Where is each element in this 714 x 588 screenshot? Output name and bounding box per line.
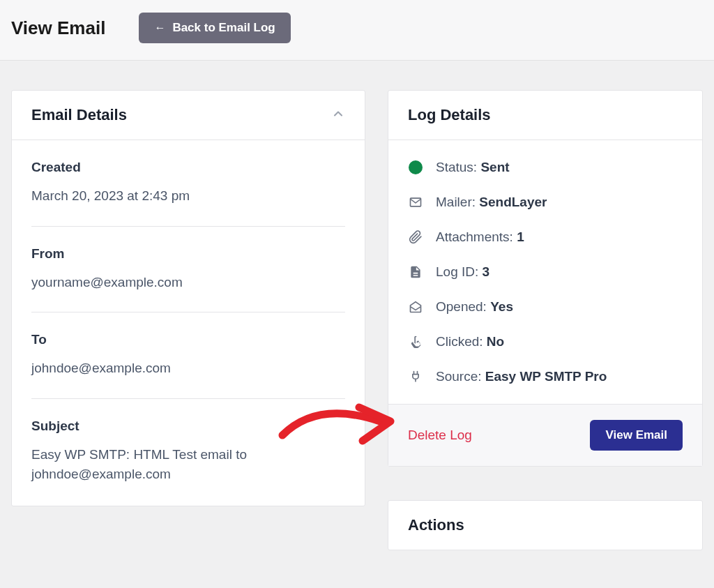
log-id-value: 3 [483, 264, 490, 279]
attachments-value: 1 [517, 229, 524, 244]
arrow-left-icon: ← [154, 22, 165, 34]
chevron-up-icon[interactable] [331, 107, 345, 123]
source-value: Easy WP SMTP Pro [485, 369, 607, 384]
to-value: johndoe@example.com [31, 359, 345, 379]
attachments-label: Attachments: [436, 229, 513, 244]
plug-icon [409, 370, 423, 384]
page-title: View Email [11, 17, 105, 39]
email-details-title: Email Details [31, 106, 127, 124]
created-label: Created [31, 160, 345, 175]
opened-label: Opened: [436, 299, 487, 314]
created-value: March 20, 2023 at 2:43 pm [31, 186, 345, 206]
back-to-email-log-button[interactable]: ← Back to Email Log [139, 13, 290, 43]
mailer-value: SendLayer [479, 195, 547, 209]
file-icon [409, 265, 423, 279]
view-email-button[interactable]: View Email [590, 420, 683, 451]
delete-log-link[interactable]: Delete Log [408, 428, 472, 443]
log-status-item: Status: Sent [408, 160, 683, 175]
clicked-label: Clicked: [436, 334, 483, 349]
email-details-body: Created March 20, 2023 at 2:43 pm From y… [12, 140, 365, 506]
right-column: Log Details Status: Sent [388, 90, 703, 550]
main-content: Email Details Created March 20, 2023 at … [0, 61, 714, 550]
page-header: View Email ← Back to Email Log [0, 0, 714, 61]
status-value: Sent [480, 160, 509, 174]
subject-block: Subject Easy WP SMTP: HTML Test email to… [31, 419, 345, 485]
source-label: Source: [436, 369, 481, 384]
envelope-icon [409, 195, 423, 209]
hand-pointer-icon [409, 335, 423, 349]
mailer-label: Mailer: [436, 195, 476, 209]
to-block: To johndoe@example.com [31, 332, 345, 399]
log-mailer-item: Mailer: SendLayer [408, 195, 683, 210]
from-label: From [31, 246, 345, 262]
log-details-header: Log Details [388, 91, 702, 140]
to-label: To [31, 332, 345, 347]
status-label: Status: [436, 160, 477, 174]
email-details-card: Email Details Created March 20, 2023 at … [11, 90, 365, 506]
back-button-label: Back to Email Log [172, 21, 275, 35]
subject-value: Easy WP SMTP: HTML Test email to johndoe… [31, 445, 345, 485]
opened-value: Yes [490, 299, 513, 314]
log-source-item: Source: Easy WP SMTP Pro [408, 369, 683, 384]
log-details-body: Status: Sent Mailer: SendLayer [388, 140, 702, 404]
log-details-card: Log Details Status: Sent [388, 90, 703, 467]
paperclip-icon [409, 230, 423, 244]
log-id-label: Log ID: [436, 264, 478, 279]
log-clicked-item: Clicked: No [408, 334, 683, 349]
log-details-title: Log Details [408, 106, 491, 124]
created-block: Created March 20, 2023 at 2:43 pm [31, 160, 345, 227]
log-attachments-item: Attachments: 1 [408, 229, 683, 245]
open-envelope-icon [409, 300, 423, 314]
clicked-value: No [487, 334, 504, 349]
from-value: yourname@example.com [31, 273, 345, 293]
actions-title: Actions [388, 501, 702, 550]
log-opened-item: Opened: Yes [408, 299, 683, 315]
status-dot-icon [409, 160, 423, 174]
actions-card: Actions [388, 500, 703, 550]
log-id-item: Log ID: 3 [408, 264, 683, 280]
log-details-footer: Delete Log View Email [388, 404, 702, 466]
from-block: From yourname@example.com [31, 246, 345, 313]
left-column: Email Details Created March 20, 2023 at … [11, 90, 365, 506]
subject-label: Subject [31, 419, 345, 434]
email-details-header: Email Details [12, 91, 365, 140]
